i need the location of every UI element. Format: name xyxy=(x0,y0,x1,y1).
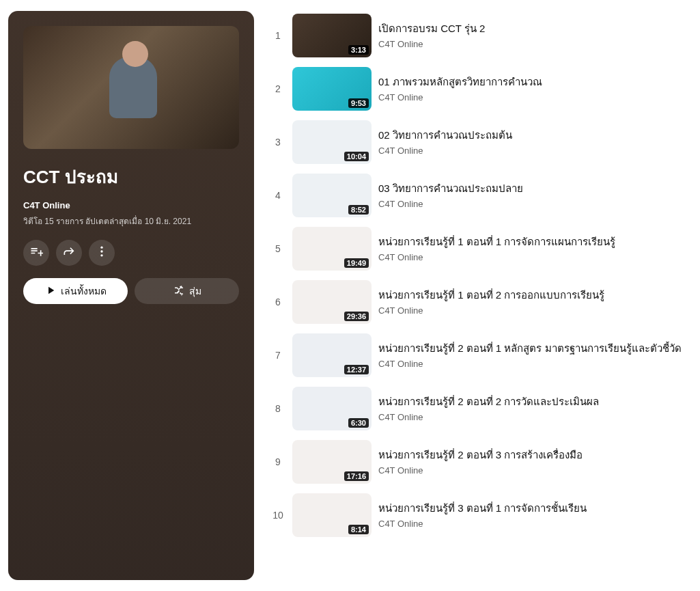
playlist-meta: วิดีโอ 15 รายการ อัปเดตล่าสุดเมื่อ 10 มิ… xyxy=(23,215,239,228)
video-index: 2 xyxy=(270,83,285,94)
video-index: 10 xyxy=(270,510,285,521)
video-channel[interactable]: C4T Online xyxy=(378,359,692,369)
video-meta: หน่วยการเรียนรู้ที่ 1 ตอนที่ 2 การออกแบบ… xyxy=(378,288,692,315)
video-title[interactable]: หน่วยการเรียนรู้ที่ 2 ตอนที่ 1 หลักสูตร … xyxy=(378,342,692,355)
video-duration: 10:04 xyxy=(344,152,369,161)
shuffle-icon xyxy=(173,284,185,299)
video-row[interactable]: 108:14หน่วยการเรียนรู้ที่ 3 ตอนที่ 1 การ… xyxy=(270,491,692,540)
play-icon xyxy=(44,284,57,299)
more-icon xyxy=(95,245,109,261)
playlist-icon-row xyxy=(23,240,239,266)
video-meta: หน่วยการเรียนรู้ที่ 2 ตอนที่ 3 การสร้างเ… xyxy=(378,448,692,475)
video-channel[interactable]: C4T Online xyxy=(378,39,692,49)
video-thumbnail[interactable]: 6:30 xyxy=(292,387,372,430)
video-row[interactable]: 86:30หน่วยการเรียนรู้ที่ 2 ตอนที่ 2 การว… xyxy=(270,384,692,433)
video-thumbnail[interactable]: 8:52 xyxy=(292,174,372,217)
playlist-owner[interactable]: C4T Online xyxy=(23,200,239,210)
video-title[interactable]: เปิดการอบรม CCT รุ่น 2 xyxy=(378,22,692,36)
video-meta: เปิดการอบรม CCT รุ่น 2C4T Online xyxy=(378,22,692,49)
share-icon xyxy=(62,245,76,261)
video-row[interactable]: 712:37หน่วยการเรียนรู้ที่ 2 ตอนที่ 1 หลั… xyxy=(270,331,692,380)
video-title[interactable]: หน่วยการเรียนรู้ที่ 3 ตอนที่ 1 การจัดการ… xyxy=(378,501,692,515)
video-row[interactable]: 310:0402 วิทยาการคำนวณประถมต้นC4T Online xyxy=(270,118,692,167)
video-duration: 8:14 xyxy=(348,525,369,534)
video-thumbnail[interactable]: 29:36 xyxy=(292,280,372,324)
video-duration: 9:53 xyxy=(348,98,369,108)
video-row[interactable]: 29:5301 ภาพรวมหลักสูตรวิทยาการคำนวณC4T O… xyxy=(270,64,692,113)
video-index: 6 xyxy=(270,297,285,307)
video-duration: 19:49 xyxy=(344,258,369,268)
video-duration: 6:30 xyxy=(348,418,369,428)
video-title[interactable]: หน่วยการเรียนรู้ที่ 2 ตอนที่ 3 การสร้างเ… xyxy=(378,448,692,462)
video-thumbnail[interactable]: 17:16 xyxy=(292,440,372,484)
video-row[interactable]: 519:49หน่วยการเรียนรู้ที่ 1 ตอนที่ 1 การ… xyxy=(270,224,692,273)
svg-point-0 xyxy=(100,247,102,249)
more-options-button[interactable] xyxy=(89,240,115,266)
video-meta: 02 วิทยาการคำนวณประถมต้นC4T Online xyxy=(378,128,692,155)
video-thumbnail[interactable]: 19:49 xyxy=(292,227,372,271)
video-thumbnail[interactable]: 3:13 xyxy=(292,14,372,57)
video-meta: หน่วยการเรียนรู้ที่ 3 ตอนที่ 1 การจัดการ… xyxy=(378,501,692,528)
video-title[interactable]: 01 ภาพรวมหลักสูตรวิทยาการคำนวณ xyxy=(378,75,692,89)
video-thumbnail[interactable]: 9:53 xyxy=(292,67,372,111)
shuffle-label: สุ่ม xyxy=(189,284,201,299)
video-meta: หน่วยการเรียนรู้ที่ 2 ตอนที่ 2 การวัดและ… xyxy=(378,395,692,422)
video-row[interactable]: 917:16หน่วยการเรียนรู้ที่ 2 ตอนที่ 3 การ… xyxy=(270,437,692,486)
video-title[interactable]: 03 วิทยาการคำนวณประถมปลาย xyxy=(378,182,692,195)
video-index: 1 xyxy=(270,30,285,41)
svg-point-2 xyxy=(100,254,102,256)
video-channel[interactable]: C4T Online xyxy=(378,252,692,262)
video-meta: 01 ภาพรวมหลักสูตรวิทยาการคำนวณC4T Online xyxy=(378,75,692,102)
video-channel[interactable]: C4T Online xyxy=(378,92,692,102)
shuffle-button[interactable]: สุ่ม xyxy=(135,278,239,304)
svg-point-1 xyxy=(100,250,102,252)
playlist-title: CCT ประถม xyxy=(23,163,239,191)
playlist-hero-thumbnail[interactable] xyxy=(23,26,239,149)
play-all-label: เล่นทั้งหมด xyxy=(61,284,107,299)
video-meta: หน่วยการเรียนรู้ที่ 1 ตอนที่ 1 การจัดการ… xyxy=(378,235,692,262)
video-title[interactable]: หน่วยการเรียนรู้ที่ 1 ตอนที่ 1 การจัดการ… xyxy=(378,235,692,249)
video-index: 9 xyxy=(270,456,285,467)
playlist-header-card: CCT ประถม C4T Online วิดีโอ 15 รายการ อั… xyxy=(8,11,254,580)
video-channel[interactable]: C4T Online xyxy=(378,146,692,156)
video-duration: 12:37 xyxy=(344,365,369,374)
video-row[interactable]: 629:36หน่วยการเรียนรู้ที่ 1 ตอนที่ 2 การ… xyxy=(270,277,692,327)
video-duration: 3:13 xyxy=(348,45,369,55)
share-button[interactable] xyxy=(56,240,82,266)
video-channel[interactable]: C4T Online xyxy=(378,465,692,476)
video-title[interactable]: 02 วิทยาการคำนวณประถมต้น xyxy=(378,128,692,142)
video-channel[interactable]: C4T Online xyxy=(378,412,692,422)
video-list: 13:13เปิดการอบรม CCT รุ่น 2C4T Online29:… xyxy=(270,11,692,580)
video-duration: 29:36 xyxy=(344,312,369,321)
video-index: 7 xyxy=(270,350,285,361)
video-meta: 03 วิทยาการคำนวณประถมปลายC4T Online xyxy=(378,182,692,208)
save-playlist-button[interactable] xyxy=(23,240,49,266)
video-channel[interactable]: C4T Online xyxy=(378,519,692,529)
playlist-action-row: เล่นทั้งหมด สุ่ม xyxy=(23,278,239,304)
video-thumbnail[interactable]: 10:04 xyxy=(292,120,372,164)
video-index: 8 xyxy=(270,403,285,414)
video-index: 5 xyxy=(270,243,285,254)
play-all-button[interactable]: เล่นทั้งหมด xyxy=(23,278,128,304)
video-title[interactable]: หน่วยการเรียนรู้ที่ 1 ตอนที่ 2 การออกแบบ… xyxy=(378,288,692,302)
video-row[interactable]: 48:5203 วิทยาการคำนวณประถมปลายC4T Online xyxy=(270,171,692,220)
playlist-add-icon xyxy=(29,245,43,261)
video-index: 4 xyxy=(270,190,285,201)
video-thumbnail[interactable]: 8:14 xyxy=(292,493,372,537)
video-row[interactable]: 13:13เปิดการอบรม CCT รุ่น 2C4T Online xyxy=(270,11,692,60)
video-title[interactable]: หน่วยการเรียนรู้ที่ 2 ตอนที่ 2 การวัดและ… xyxy=(378,395,692,409)
video-duration: 17:16 xyxy=(344,471,369,481)
video-meta: หน่วยการเรียนรู้ที่ 2 ตอนที่ 1 หลักสูตร … xyxy=(378,342,692,368)
video-index: 3 xyxy=(270,137,285,148)
video-thumbnail[interactable]: 12:37 xyxy=(292,333,372,377)
video-channel[interactable]: C4T Online xyxy=(378,305,692,316)
video-channel[interactable]: C4T Online xyxy=(378,199,692,209)
video-duration: 8:52 xyxy=(348,205,369,215)
